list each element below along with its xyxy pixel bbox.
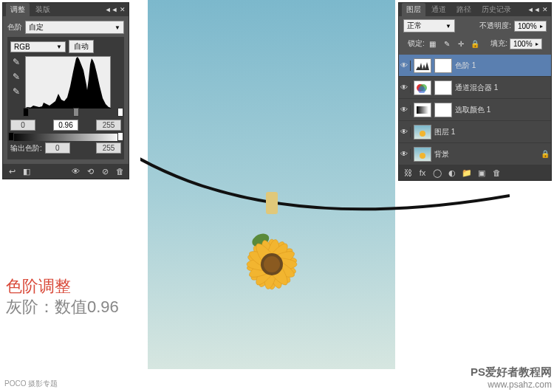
black-input[interactable] — [10, 120, 35, 131]
lock-pixels-icon[interactable]: ✎ — [441, 38, 453, 49]
visibility-toggle[interactable]: 👁 — [400, 149, 411, 159]
eyedropper-gray-icon[interactable]: ✎ — [10, 71, 22, 83]
annotation-line2: 灰阶：数值0.96 — [6, 297, 119, 318]
clip-icon[interactable]: ◧ — [21, 165, 33, 177]
opacity-label: 不透明度: — [479, 21, 511, 31]
lock-icon: 🔒 — [541, 150, 550, 158]
mask-thumb[interactable] — [434, 103, 452, 117]
tab-history[interactable]: 历史记录 — [477, 3, 516, 16]
fill-input[interactable]: 100% ▸ — [510, 38, 542, 49]
return-icon[interactable]: ↩ — [6, 165, 18, 177]
visibility-toggle[interactable]: 👁 — [400, 127, 411, 137]
canvas-area — [148, 0, 395, 369]
layer-row[interactable]: 👁 选取颜色 1 — [399, 99, 551, 121]
flower-graphic — [216, 192, 327, 322]
visibility-toggle[interactable]: 👁 — [400, 105, 411, 115]
prev-icon[interactable]: ⟲ — [84, 165, 96, 177]
output-gradient — [10, 134, 121, 141]
preset-value: 自定 — [29, 22, 44, 32]
output-white-input[interactable] — [96, 142, 121, 154]
fill-label: 填充: — [490, 38, 507, 49]
adjustment-thumb — [414, 58, 431, 73]
black-point-slider[interactable] — [23, 108, 29, 117]
annotation-text: 色阶调整 灰阶：数值0.96 — [6, 276, 119, 318]
chevron-right-icon: ▸ — [540, 23, 543, 30]
layer-name: 色阶 1 — [455, 61, 550, 71]
visibility-toggle[interactable]: 👁 — [400, 83, 411, 93]
delete-icon[interactable]: 🗑 — [114, 165, 126, 177]
layers-footer: ⛓ fx ◯ ◐ 📁 ▣ 🗑 — [399, 165, 551, 180]
adjustment-thumb — [414, 103, 431, 117]
tab-channels[interactable]: 通道 — [427, 3, 451, 16]
tab-adjustments[interactable]: 调整 — [6, 3, 30, 16]
collapse-icon[interactable]: ◄◄ ✕ — [527, 6, 548, 13]
eyedropper-white-icon[interactable]: ✎ — [10, 86, 22, 97]
visibility-icon[interactable]: 👁 — [69, 165, 81, 177]
svg-point-21 — [420, 153, 425, 159]
auto-button[interactable]: 自动 — [69, 40, 94, 53]
channel-value: RGB — [14, 43, 30, 51]
group-icon[interactable]: 📁 — [461, 167, 473, 179]
mask-thumb[interactable] — [434, 80, 452, 95]
tab-layers[interactable]: 图层 — [402, 3, 425, 16]
chevron-down-icon: ▼ — [114, 24, 120, 31]
adjustment-thumb — [414, 80, 431, 95]
layer-list: 👁 色阶 1 👁 通道混合器 1 👁 选取颜色 1 👁 — [399, 55, 551, 165]
preset-select[interactable]: 自定 ▼ — [25, 21, 124, 34]
adjustment-icon[interactable]: ◐ — [446, 167, 458, 179]
tab-paths[interactable]: 路径 — [452, 3, 476, 16]
svg-rect-19 — [417, 106, 428, 114]
blend-mode-select[interactable]: 正常 ▼ — [403, 19, 455, 32]
gray-point-slider[interactable] — [73, 108, 79, 117]
layer-row[interactable]: 👁 背景 🔒 — [399, 143, 551, 165]
channel-select[interactable]: RGB ▼ — [10, 41, 66, 52]
reset-icon[interactable]: ⊘ — [99, 165, 111, 177]
layer-name: 图层 1 — [434, 127, 550, 137]
visibility-toggle[interactable]: 👁 — [400, 61, 411, 71]
opacity-input[interactable]: 100% ▸ — [514, 21, 547, 32]
adjustments-header: 调整 装版 ◄◄ ✕ — [3, 3, 129, 16]
tab-masks[interactable]: 装版 — [31, 3, 55, 16]
blend-mode-value: 正常 — [407, 21, 422, 31]
white-point-slider[interactable] — [117, 108, 123, 117]
eyedropper-black-icon[interactable]: ✎ — [10, 56, 22, 68]
mask-thumb[interactable] — [434, 58, 452, 73]
layer-thumb — [414, 147, 431, 162]
output-black-slider[interactable] — [8, 132, 14, 141]
link-icon[interactable]: ⛓ — [402, 167, 414, 179]
delete-layer-icon[interactable]: 🗑 — [490, 167, 502, 179]
fx-icon[interactable]: fx — [417, 167, 428, 179]
layer-row[interactable]: 👁 通道混合器 1 — [399, 77, 551, 99]
white-input[interactable] — [96, 120, 121, 131]
output-white-slider[interactable] — [117, 132, 123, 141]
output-black-input[interactable] — [45, 142, 70, 154]
levels-label: 色阶 — [7, 22, 22, 32]
layers-panel: 图层 通道 路径 历史记录 ◄◄ ✕ 正常 ▼ 不透明度: 100% ▸ 锁定:… — [398, 2, 552, 181]
svg-point-15 — [264, 256, 280, 272]
lock-transparency-icon[interactable]: ▦ — [427, 38, 439, 49]
lock-all-icon[interactable]: 🔒 — [469, 38, 481, 49]
mask-icon[interactable]: ◯ — [431, 167, 443, 179]
adjustments-footer: ↩ ◧ 👁 ⟲ ⊘ 🗑 — [3, 164, 129, 179]
watermark-title: PS爱好者教程网 — [471, 365, 552, 379]
svg-point-20 — [420, 131, 425, 137]
watermark-url: www.psahz.com — [471, 379, 552, 390]
layer-name: 背景 — [434, 149, 538, 159]
watermark-left: POCO 摄影专题 — [2, 378, 60, 390]
histogram-chart — [25, 56, 111, 108]
chevron-down-icon: ▼ — [445, 23, 451, 30]
fill-value: 100% — [513, 40, 533, 48]
layer-row[interactable]: 👁 图层 1 — [399, 121, 551, 143]
layers-header: 图层 通道 路径 历史记录 ◄◄ ✕ — [399, 3, 551, 16]
lock-position-icon[interactable]: ✛ — [455, 38, 467, 49]
opacity-value: 100% — [518, 22, 537, 30]
collapse-icon[interactable]: ◄◄ ✕ — [105, 6, 126, 13]
output-label: 输出色阶: — [10, 143, 42, 154]
layer-row[interactable]: 👁 色阶 1 — [399, 55, 551, 77]
gray-input[interactable] — [53, 120, 78, 131]
adjustments-panel: 调整 装版 ◄◄ ✕ 色阶 自定 ▼ RGB ▼ 自动 ✎ ✎ — [2, 2, 129, 179]
watermark-right: PS爱好者教程网 www.psahz.com — [471, 365, 552, 390]
lock-label: 锁定: — [408, 38, 425, 49]
layer-name: 通道混合器 1 — [455, 83, 550, 93]
new-layer-icon[interactable]: ▣ — [476, 167, 488, 179]
